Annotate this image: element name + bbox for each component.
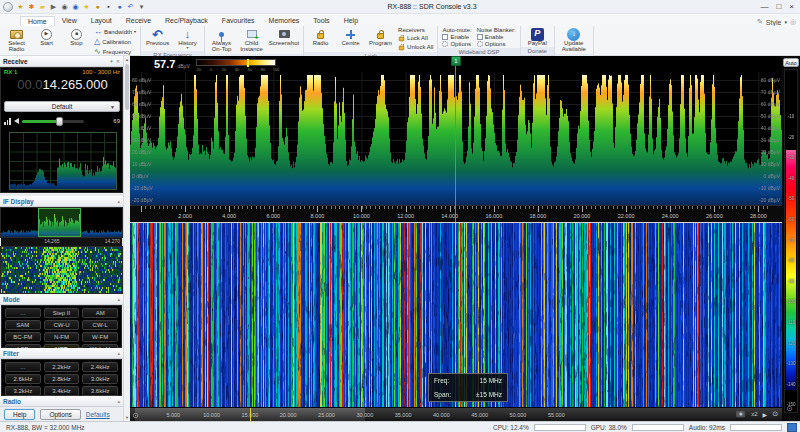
tab-home[interactable]: Home bbox=[20, 16, 55, 26]
app-logo-icon[interactable] bbox=[3, 2, 13, 12]
close-icon[interactable]: ✕ bbox=[116, 58, 120, 64]
star-icon[interactable]: ★ bbox=[82, 2, 91, 12]
volume-slider[interactable] bbox=[22, 120, 84, 123]
level-color-legend[interactable] bbox=[196, 59, 276, 66]
speaker-icon[interactable] bbox=[14, 118, 19, 124]
stop-icon[interactable]: ◉ bbox=[71, 2, 80, 12]
tab-receive[interactable]: Receive bbox=[119, 16, 158, 26]
auto-mute-options-button[interactable]: Options bbox=[442, 41, 471, 47]
nav-right-circle-icon[interactable]: ⊙ bbox=[772, 410, 778, 418]
preset-dropdown[interactable]: Default ▼ bbox=[4, 101, 120, 112]
mode-button-cw-u[interactable]: CW-U bbox=[44, 320, 80, 330]
style-button[interactable]: Style bbox=[766, 19, 782, 26]
select-radio-button[interactable]: Select Radio bbox=[2, 27, 31, 56]
mode-button-bc-fm[interactable]: BC-FM bbox=[5, 332, 41, 342]
favourite-icon[interactable]: ★ bbox=[16, 2, 25, 12]
update-available-button[interactable]: ↓ Update Available bbox=[557, 27, 591, 53]
scroll-down-icon[interactable]: ▼ bbox=[125, 415, 129, 420]
user-icon[interactable]: ● bbox=[115, 2, 124, 12]
record-icon[interactable]: ◉ bbox=[60, 2, 69, 12]
sidebar-scrollbar[interactable]: ▲ ▼ bbox=[123, 56, 130, 421]
if-spectrum-canvas[interactable] bbox=[1, 208, 122, 237]
color-scale-gradient[interactable] bbox=[786, 150, 796, 390]
mode-button-w-fm[interactable]: W-FM bbox=[82, 332, 118, 342]
mode-button-x[interactable]: ... bbox=[5, 308, 41, 318]
unlock-all-button[interactable]: Unlock All bbox=[398, 43, 433, 51]
chevron-down-icon[interactable]: ▾ bbox=[784, 19, 787, 25]
minimize-button[interactable]: — bbox=[760, 2, 768, 11]
main-spectrum-canvas[interactable] bbox=[130, 72, 782, 205]
mode-button-am[interactable]: AM bbox=[82, 308, 118, 318]
filter-button-2-8khz[interactable]: 2.8kHz bbox=[44, 374, 80, 384]
help-button[interactable]: Help bbox=[4, 409, 35, 420]
lock-program-button[interactable]: Program bbox=[366, 27, 395, 51]
folder-icon[interactable]: ▰ bbox=[38, 2, 47, 12]
play-icon[interactable]: ▶ bbox=[763, 411, 768, 418]
nav-bar[interactable]: ⊙ x2 ▶ ⊙ 5.00010.00015.00020.00025.00030… bbox=[130, 407, 782, 421]
audio-spectrum-canvas[interactable] bbox=[10, 133, 116, 189]
tab-memories[interactable]: Memories bbox=[262, 16, 307, 26]
lock-radio-button[interactable]: Radio bbox=[306, 27, 335, 51]
nav-left-circle-icon[interactable]: ⊙ bbox=[132, 411, 139, 420]
collapse-icon[interactable]: ▾ bbox=[110, 58, 113, 64]
maximize-button[interactable]: □ bbox=[776, 2, 781, 11]
camera-icon[interactable] bbox=[736, 411, 745, 417]
mode-button-n-fm[interactable]: N-FM bbox=[44, 332, 80, 342]
stop-button[interactable]: ■ Stop bbox=[62, 27, 91, 56]
collapse-icon[interactable]: ▴ bbox=[117, 350, 120, 356]
collapse-icon[interactable]: ▴ bbox=[117, 296, 120, 302]
play-icon[interactable]: ▶ bbox=[49, 2, 58, 12]
bandwidth-button[interactable]: ↔Bandwidth▾ bbox=[94, 27, 136, 36]
tab-help[interactable]: Help bbox=[337, 16, 365, 26]
scroll-up-icon[interactable]: ▲ bbox=[125, 57, 129, 62]
paypal-button[interactable]: P PayPal bbox=[523, 27, 552, 46]
tab-rec-playback[interactable]: Rec/Playback bbox=[158, 16, 215, 26]
mode-button-step-ii[interactable]: Step II bbox=[44, 308, 80, 318]
tab-view[interactable]: View bbox=[55, 16, 84, 26]
filter-button-x[interactable]: ... bbox=[5, 362, 41, 372]
auto-mute-enable-checkbox[interactable]: Enable bbox=[442, 34, 471, 40]
mode-button-cw-l[interactable]: CW-L bbox=[82, 320, 118, 330]
frequency-display[interactable]: 00.014.265.000 bbox=[1, 77, 124, 92]
filter-button-3-4khz[interactable]: 3.4kHz bbox=[44, 386, 80, 396]
auto-button[interactable]: Auto bbox=[783, 58, 799, 67]
history-button[interactable]: ↓ History ▾ bbox=[173, 27, 202, 50]
filter-button-2-2khz[interactable]: 2.2kHz bbox=[44, 362, 80, 372]
previous-button[interactable]: ↶ Previous bbox=[143, 27, 172, 50]
defaults-link[interactable]: Defaults bbox=[86, 411, 110, 418]
always-on-top-button[interactable]: Always On-Top bbox=[207, 27, 236, 53]
dropdown-icon[interactable]: ▾ bbox=[137, 2, 146, 12]
filter-button-3-6khz[interactable]: 3.6kHz bbox=[82, 386, 118, 396]
filter-button-2-6khz[interactable]: 2.6kHz bbox=[5, 374, 41, 384]
lock-centre-button[interactable]: Centre bbox=[336, 27, 365, 51]
tab-favourites[interactable]: Favourites bbox=[215, 16, 262, 26]
scrollbar-thumb[interactable] bbox=[125, 64, 129, 110]
freq-scale[interactable]: 2.0004.0006.0008.00010.00012.00014.00016… bbox=[130, 205, 782, 222]
collapse-icon[interactable]: ▴ bbox=[117, 398, 120, 404]
tab-tools[interactable]: Tools bbox=[306, 16, 336, 26]
tuning-marker[interactable]: 1 bbox=[451, 56, 461, 66]
filter-button-2-4khz[interactable]: 2.4kHz bbox=[82, 362, 118, 372]
filter-panel-header[interactable]: Filter ▴ bbox=[0, 348, 123, 359]
child-instance-button[interactable]: Child Instance bbox=[237, 27, 266, 53]
collapse-icon[interactable]: ▴ bbox=[117, 198, 120, 204]
close-button[interactable]: × bbox=[789, 2, 794, 11]
lock-all-button[interactable]: Lock All bbox=[398, 34, 433, 42]
options-button[interactable]: Options bbox=[40, 409, 80, 420]
screenshot-button[interactable]: Screenshot bbox=[267, 27, 301, 53]
slider-thumb[interactable] bbox=[56, 117, 63, 126]
noise-blanker-enable-checkbox[interactable]: Enable bbox=[477, 34, 516, 40]
frequency-button[interactable]: ∿Frequency bbox=[94, 47, 136, 56]
calibration-button[interactable]: △Calibration bbox=[94, 37, 136, 46]
status-corner-icon[interactable] bbox=[787, 423, 797, 432]
mode-button-sam[interactable]: SAM bbox=[5, 320, 41, 330]
filter-button-3-2khz[interactable]: 3.2kHz bbox=[5, 386, 41, 396]
filter-button-3-0khz[interactable]: 3.0kHz bbox=[82, 374, 118, 384]
marker-flag[interactable]: 1 bbox=[451, 56, 461, 66]
if-display-panel-header[interactable]: IF Display ▴ bbox=[0, 196, 123, 207]
gear-icon[interactable]: ✱ bbox=[27, 2, 36, 12]
tab-layout[interactable]: Layout bbox=[84, 16, 119, 26]
noise-blanker-options-button[interactable]: Options bbox=[477, 41, 516, 47]
zoom-x2-button[interactable]: x2 bbox=[751, 411, 757, 417]
camera-icon[interactable]: ▪ bbox=[104, 2, 113, 12]
